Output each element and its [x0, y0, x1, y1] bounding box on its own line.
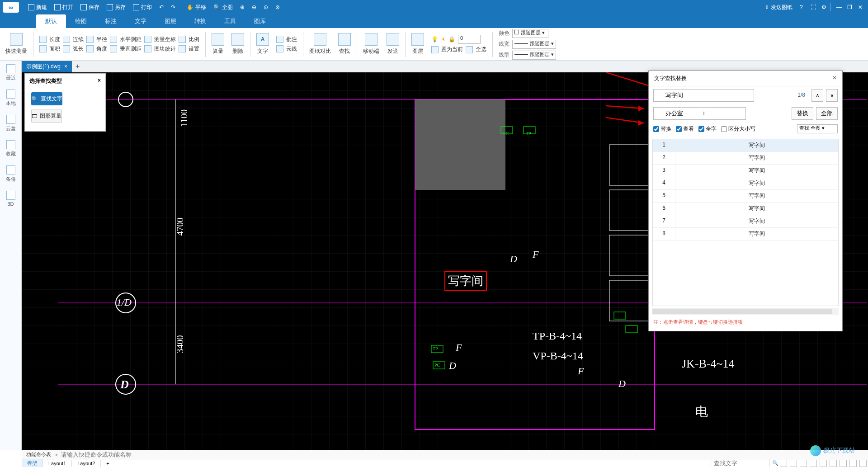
layout1-tab[interactable]: Layout1: [43, 460, 72, 467]
search-type-close-icon[interactable]: ×: [98, 77, 101, 85]
lineweight-select[interactable]: 跟随图层 ▾: [512, 40, 556, 49]
chk-case[interactable]: 区分大小写: [721, 125, 755, 133]
file-tab-active[interactable]: 示例图(1).dwg×: [22, 61, 72, 72]
text-tool-button[interactable]: A文字: [254, 29, 272, 59]
replace-input[interactable]: [653, 107, 746, 120]
new-button[interactable]: 新建: [24, 0, 51, 14]
zoom-in-button[interactable]: ⊕: [236, 0, 248, 14]
open-button[interactable]: 打开: [51, 0, 77, 14]
replace-button[interactable]: 替换: [792, 107, 813, 120]
find-next-button[interactable]: ∨: [826, 89, 838, 102]
zoom-extents-button[interactable]: ⊗: [272, 0, 283, 14]
maximize-button[interactable]: ❐: [844, 0, 854, 14]
status-icon-2[interactable]: [790, 460, 797, 467]
tab-tools[interactable]: 工具: [215, 14, 245, 28]
save-button[interactable]: 保存: [77, 0, 103, 14]
add-file-tab-button[interactable]: +: [72, 62, 83, 71]
quick-measure-button[interactable]: 快速测量: [3, 29, 30, 59]
fullscreen-button[interactable]: ⛶: [807, 0, 818, 14]
pan-button[interactable]: ✋ 平移: [183, 0, 210, 14]
table-row[interactable]: 5写字间: [653, 190, 838, 203]
tab-draw[interactable]: 绘图: [66, 14, 96, 28]
settings-button[interactable]: ⚙: [818, 0, 829, 14]
compare-button[interactable]: 图纸对比: [307, 29, 334, 59]
tab-text[interactable]: 文字: [126, 14, 156, 28]
find-text-button[interactable]: 🔍查找文字: [31, 92, 62, 105]
horiz-distance-button[interactable]: 水平测距: [120, 36, 142, 43]
delete-button[interactable]: 删除: [229, 29, 247, 59]
status-icon-1[interactable]: [780, 460, 787, 467]
table-row[interactable]: 7写字间: [653, 215, 838, 228]
status-icon-8[interactable]: [849, 460, 857, 467]
layout2-tab[interactable]: Layout2: [72, 460, 101, 467]
zoom-full-button[interactable]: 🔍 全图: [210, 0, 236, 14]
table-row[interactable]: 3写字间: [653, 165, 838, 177]
length-button[interactable]: 长度: [49, 36, 60, 43]
table-row[interactable]: 1写字间: [653, 139, 838, 152]
model-tab[interactable]: 模型: [22, 459, 43, 467]
close-button[interactable]: ✕: [854, 0, 865, 14]
layer-button[interactable]: 图层: [409, 29, 427, 59]
table-row[interactable]: 6写字间: [653, 203, 838, 215]
sidebar-item-backup[interactable]: 备份: [6, 165, 16, 183]
arc-button[interactable]: 弧长: [73, 45, 84, 53]
find-scope-select[interactable]: 查找:全图 ▾: [797, 124, 838, 133]
scale-button[interactable]: 比例: [189, 36, 199, 43]
sidebar-item-cloud[interactable]: 云盘: [6, 115, 16, 132]
table-row[interactable]: 4写字间: [653, 177, 838, 190]
undo-button[interactable]: ↶: [156, 0, 167, 14]
table-row[interactable]: 2写字间: [653, 152, 838, 165]
cloud-line-button[interactable]: 云线: [286, 45, 297, 53]
status-find-input[interactable]: [711, 459, 769, 467]
command-input[interactable]: [58, 450, 375, 459]
mobile-button[interactable]: 移动端: [360, 29, 382, 59]
block-stats-button[interactable]: 图块统计: [154, 45, 176, 53]
print-button[interactable]: 打印: [129, 0, 156, 14]
settings-button-ribbon[interactable]: 设置: [189, 45, 199, 53]
replace-all-button[interactable]: 全部: [816, 107, 838, 120]
horizontal-scrollbar[interactable]: [652, 308, 839, 315]
send-button[interactable]: 发送: [384, 29, 402, 59]
find-input[interactable]: [653, 89, 754, 102]
color-select[interactable]: 跟随图层 ▾: [512, 29, 548, 38]
sidebar-item-fav[interactable]: 收藏: [6, 140, 16, 157]
redo-button[interactable]: ↷: [167, 0, 179, 14]
status-icon-4[interactable]: [810, 460, 817, 467]
tab-default[interactable]: 默认: [36, 14, 66, 28]
angle-button[interactable]: 角度: [96, 45, 107, 53]
chk-replace[interactable]: 替换: [653, 125, 671, 133]
sidebar-item-recent[interactable]: 最近: [6, 64, 16, 81]
linetype-select[interactable]: 跟随图层 ▾: [512, 51, 556, 60]
tab-convert[interactable]: 转换: [185, 14, 215, 28]
help-button[interactable]: ?: [796, 0, 807, 14]
status-icon-7[interactable]: [840, 460, 847, 467]
continuous-button[interactable]: 连续: [73, 36, 84, 43]
status-icon-5[interactable]: [820, 460, 827, 467]
annotation-button[interactable]: 批注: [286, 36, 297, 43]
chk-whole[interactable]: 全字: [698, 125, 717, 133]
zoom-out-button[interactable]: ⊖: [248, 0, 260, 14]
select-all-button[interactable]: 全选: [476, 46, 486, 53]
find-prev-button[interactable]: ∧: [811, 89, 823, 102]
file-tab-close-icon[interactable]: ×: [64, 63, 67, 70]
minimize-button[interactable]: —: [833, 0, 844, 14]
calc-button[interactable]: 算量: [209, 29, 227, 59]
sidebar-item-local[interactable]: 本地: [6, 90, 16, 107]
status-icon-6[interactable]: [830, 460, 837, 467]
find-button[interactable]: 查找: [335, 29, 354, 59]
table-row[interactable]: 8写字间: [653, 228, 838, 241]
vert-distance-button[interactable]: 垂直测距: [120, 45, 142, 53]
chk-view[interactable]: 查看: [676, 125, 694, 133]
add-layout-button[interactable]: +: [101, 460, 115, 467]
zoom-window-button[interactable]: ⊙: [260, 0, 272, 14]
send-drawing-button[interactable]: ⇪ 发送图纸: [761, 0, 796, 14]
layer-select[interactable]: 0: [458, 35, 481, 44]
status-icon-9[interactable]: [859, 460, 867, 467]
area-button[interactable]: 面积: [49, 45, 60, 53]
tab-library[interactable]: 图库: [245, 14, 275, 28]
sidebar-item-3d[interactable]: 3D: [6, 191, 15, 207]
set-current-button[interactable]: 置为当前: [441, 46, 463, 53]
tab-annotate[interactable]: 标注: [96, 14, 126, 28]
radius-button[interactable]: 半径: [96, 36, 107, 43]
status-search-icon[interactable]: 🔍: [772, 460, 778, 466]
